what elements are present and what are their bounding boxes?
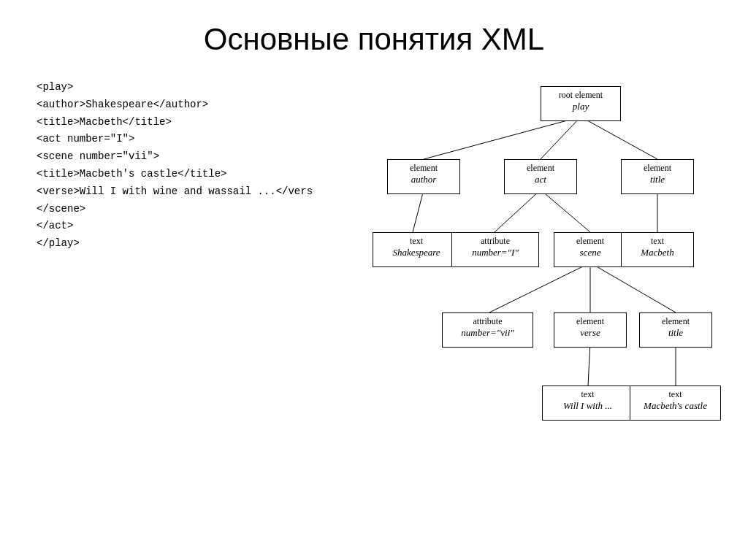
svg-line-4 (495, 190, 541, 232)
node-act-type: element (511, 163, 570, 174)
svg-line-1 (541, 117, 581, 159)
node-verse-type: element (560, 316, 620, 327)
node-author: element author (387, 159, 460, 194)
node-act: element act (504, 159, 577, 194)
node-title2: element title (639, 312, 712, 348)
node-text-shakespeare: text Shakespeare (373, 232, 460, 267)
tree-svg (292, 72, 733, 524)
node-title2-type: element (646, 316, 706, 327)
node-text-will: text Will I with ... (542, 386, 633, 421)
node-scene-value: scene (560, 247, 620, 258)
node-act-value: act (511, 174, 570, 185)
node-scene-type: element (560, 236, 620, 247)
node-text-macbeth-type: text (627, 236, 687, 247)
node-title-value: title (627, 174, 687, 185)
svg-line-7 (489, 263, 590, 312)
node-text-shakespeare-type: text (379, 236, 454, 247)
node-attr-number-vii: attribute number="vii" (442, 312, 533, 348)
node-title-type: element (627, 163, 687, 174)
node-text-macbeths-castle: text Macbeth's castle (630, 386, 721, 421)
svg-line-3 (413, 190, 424, 232)
node-root-type: root element (547, 90, 614, 101)
node-attr-vii-value: number="vii" (449, 327, 527, 339)
xml-code-block: <play> <author>Shakespeare</author> <tit… (15, 72, 292, 524)
node-root-value: play (547, 101, 614, 112)
svg-line-0 (424, 117, 581, 159)
node-attr-I-value: number="I" (458, 247, 533, 258)
node-text-macbeth: text Macbeth (621, 232, 694, 267)
svg-line-10 (588, 343, 590, 386)
node-scene: element scene (554, 232, 627, 267)
svg-line-2 (581, 117, 657, 159)
svg-line-9 (590, 263, 676, 312)
node-text-shakespeare-value: Shakespeare (379, 247, 454, 258)
page-title: Основные понятия XML (0, 0, 748, 72)
node-verse-value: verse (560, 327, 620, 339)
node-author-type: element (394, 163, 454, 174)
node-text-macbeth-value: Macbeth (627, 247, 687, 258)
node-root: root element play (541, 86, 621, 121)
node-attr-I-type: attribute (458, 236, 533, 247)
node-verse: element verse (554, 312, 627, 348)
node-title2-value: title (646, 327, 706, 339)
content-area: <play> <author>Shakespeare</author> <tit… (0, 72, 748, 524)
node-attr-vii-type: attribute (449, 316, 527, 327)
node-author-value: author (394, 174, 454, 185)
node-title: element title (621, 159, 694, 194)
node-text-will-type: text (549, 389, 627, 400)
tree-diagram: root element play element author element… (292, 72, 733, 524)
node-attr-number-I: attribute number="I" (451, 232, 539, 267)
node-text-will-value: Will I with ... (549, 400, 627, 412)
node-text-castle-type: text (636, 389, 714, 400)
node-text-castle-value: Macbeth's castle (636, 400, 714, 412)
svg-line-5 (541, 190, 590, 232)
